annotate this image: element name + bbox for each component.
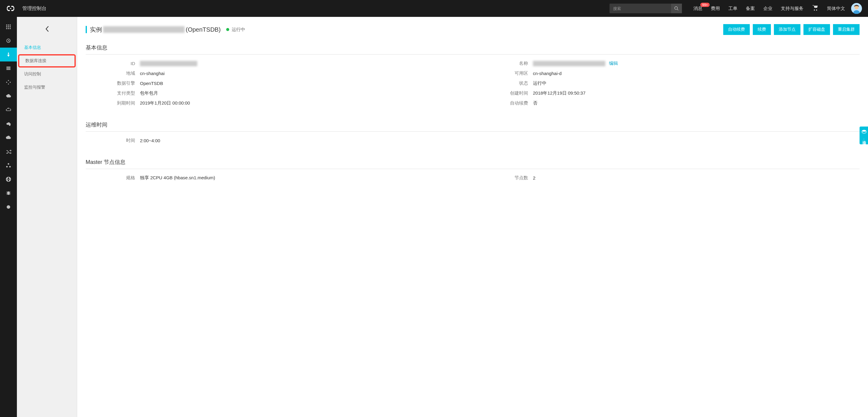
menu-item-monitoring[interactable]: 监控与报警 [17, 81, 77, 94]
side-help-text: 咨询·建议 [862, 137, 867, 142]
sidebar-icon-cross[interactable] [0, 145, 17, 159]
search-button[interactable] [671, 4, 682, 13]
edit-name-link[interactable]: 编辑 [609, 61, 618, 66]
cloud-outline-icon [5, 107, 11, 113]
section-title-basic: 基本信息 [86, 44, 860, 55]
label-created: 创建时间 [478, 91, 533, 96]
icon-sidebar [0, 17, 17, 417]
logo-icon[interactable] [6, 5, 15, 12]
status-dot-icon [226, 28, 229, 31]
language-selector[interactable]: 简体中文 [827, 6, 845, 11]
row-payment: 支付类型 包年包月 [86, 91, 467, 96]
magnify-icon [5, 38, 11, 44]
menu-item-basic-info[interactable]: 基本信息 [17, 41, 77, 54]
sidebar-icon-circle[interactable] [0, 200, 17, 214]
nav-enterprise[interactable]: 企业 [763, 6, 772, 11]
sidebar-icon-database[interactable] [0, 62, 17, 75]
label-spec: 规格 [86, 175, 140, 181]
row-status: 状态 运行中 [478, 80, 860, 86]
nav-messages[interactable]: 消息 99+ [693, 6, 703, 11]
row-node-count: 节点数 2 [478, 175, 860, 181]
sidebar-icon-bug[interactable] [0, 186, 17, 200]
search-input[interactable] [610, 6, 671, 11]
nav-billing[interactable]: 费用 [711, 6, 720, 11]
page-header: 实例 (OpenTSDB) 运行中 自动续费 续费 添加节点 扩容磁盘 重启集群 [86, 24, 860, 35]
menu-item-db-connection[interactable]: 数据库连接 [18, 54, 76, 68]
back-button[interactable] [17, 17, 77, 41]
sidebar-icon-globe[interactable] [0, 172, 17, 186]
label-zone: 可用区 [478, 70, 533, 76]
label-node-count: 节点数 [478, 175, 533, 181]
row-name: 名称 编辑 [478, 61, 860, 66]
label-status: 状态 [478, 80, 533, 86]
basic-info-grid: ID 名称 编辑 地域 cn-shanghai 可用区 cn-shangha [86, 61, 860, 106]
section-basic-info: 基本信息 ID 名称 编辑 地域 cn-shanghai [86, 44, 860, 106]
side-help-tab[interactable]: 咨询·建议 [860, 127, 868, 144]
label-region: 地域 [86, 70, 140, 76]
section-title-ops: 运维时间 [86, 121, 860, 132]
nodes-icon [5, 163, 11, 168]
nav-tickets[interactable]: 工单 [728, 6, 737, 11]
clouds-icon [5, 121, 11, 127]
svg-point-9 [9, 166, 11, 168]
grid-icon [5, 24, 11, 30]
status-text: 运行中 [231, 27, 245, 33]
svg-point-11 [862, 130, 866, 132]
row-expire: 到期时间 2019年1月20日 00:00:00 [86, 100, 467, 106]
value-status: 运行中 [533, 80, 547, 86]
value-engine: OpenTSDB [140, 81, 163, 86]
svg-point-7 [8, 163, 9, 165]
sidebar-icon-nodes[interactable] [0, 159, 17, 172]
row-id: ID [86, 61, 467, 66]
help-database-icon [861, 130, 867, 134]
dots-icon [5, 79, 11, 85]
label-id: ID [86, 61, 140, 66]
add-node-button[interactable]: 添加节点 [774, 24, 801, 35]
nav-support[interactable]: 支持与服务 [781, 6, 803, 11]
top-header: 管理控制台 消息 99+ 费用 工单 备案 企业 支持与服务 简体中文 [0, 0, 868, 17]
svg-point-8 [6, 166, 8, 168]
value-zone: cn-shanghai-d [533, 71, 562, 76]
sidebar-icon-cloud4[interactable] [0, 131, 17, 145]
svg-point-2 [8, 80, 9, 81]
search-icon [674, 6, 679, 11]
ops-grid: 时间 2:00~4:00 [86, 138, 860, 143]
sidebar-icon-search[interactable] [0, 34, 17, 47]
row-spec: 规格 独享 2CPU 4GB (hbase.sn1.medium) [86, 175, 467, 181]
page-title-redacted [103, 26, 185, 33]
row-zone: 可用区 cn-shanghai-d [478, 70, 860, 76]
label-payment: 支付类型 [86, 91, 140, 96]
sidebar-icon-cloud3[interactable] [0, 117, 17, 131]
label-expire: 到期时间 [86, 100, 140, 106]
value-auto-renew: 否 [533, 100, 537, 106]
restart-cluster-button[interactable]: 重启集群 [833, 24, 860, 35]
sidebar-icon-grid[interactable] [0, 20, 17, 34]
avatar[interactable] [851, 3, 862, 14]
cloud-icon [5, 93, 11, 99]
sidebar-icon-dots[interactable] [0, 75, 17, 89]
svg-point-4 [10, 82, 10, 82]
deploy-icon [5, 51, 11, 58]
sidebar-icon-cloud2[interactable] [0, 103, 17, 117]
expand-disk-button[interactable]: 扩容磁盘 [803, 24, 830, 35]
value-created: 2018年12月19日 09:50:37 [533, 91, 585, 96]
label-auto-renew: 自动续费 [478, 100, 533, 106]
section-title-master: Master 节点信息 [86, 159, 860, 169]
renew-button[interactable]: 续费 [753, 24, 771, 35]
nav-beian[interactable]: 备案 [746, 6, 755, 11]
sidebar-icon-cloud1[interactable] [0, 89, 17, 103]
database-icon [5, 65, 11, 71]
menu-sidebar: 基本信息 数据库连接 访问控制 监控与报警 [17, 17, 77, 417]
section-ops-time: 运维时间 时间 2:00~4:00 [86, 121, 860, 143]
row-created: 创建时间 2018年12月19日 09:50:37 [478, 91, 860, 96]
value-region: cn-shanghai [140, 71, 165, 76]
auto-renew-button[interactable]: 自动续费 [723, 24, 750, 35]
menu-item-access-control[interactable]: 访问控制 [17, 68, 77, 81]
sidebar-icon-active[interactable] [0, 47, 17, 62]
redacted-id [140, 61, 197, 66]
cart-icon[interactable] [812, 4, 818, 12]
section-master-node: Master 节点信息 规格 独享 2CPU 4GB (hbase.sn1.me… [86, 159, 860, 181]
shuffle-icon [5, 148, 11, 154]
page-title-prefix: 实例 [90, 26, 102, 34]
svg-point-10 [7, 205, 10, 209]
